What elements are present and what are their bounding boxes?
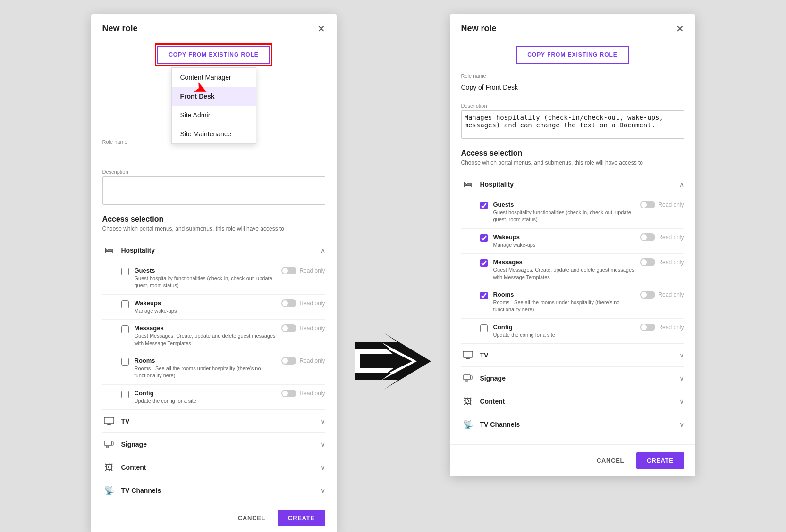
dropdown-item-site-admin[interactable]: Site Admin [172,106,256,125]
svg-rect-1 [107,424,111,425]
left-wakeups-name: Wakeups [135,299,276,307]
left-rooms-item: Rooms Rooms - See all the rooms under ho… [102,352,325,384]
right-hospitality-icon: 🛏 [461,178,474,191]
left-category-hospitality[interactable]: 🛏 Hospitality ∧ [102,239,325,262]
right-signage-icon [461,372,474,385]
left-config-toggle[interactable] [281,390,296,397]
right-wakeups-read-only-wrap: Read only [640,233,684,241]
dropdown-item-site-maintenance[interactable]: Site Maintenance [172,125,256,143]
left-messages-read-only-label: Read only [299,325,325,332]
right-messages-checkbox-wrap [480,259,488,269]
left-guests-toggle[interactable] [281,267,296,274]
right-cancel-button[interactable]: CANCEL [590,452,631,469]
left-rooms-checkbox[interactable] [121,358,129,366]
right-messages-item: Messages Guest Messages. Create, update … [461,253,684,286]
left-dialog: New role ✕ COPY FROM EXISTING ROLE Conte… [91,14,337,532]
right-copy-btn-wrap: COPY FROM EXISTING ROLE [450,41,695,73]
right-category-signage[interactable]: Signage ∨ [461,366,684,390]
right-role-name-input[interactable] [461,81,684,94]
right-config-toggle[interactable] [640,324,655,331]
right-wakeups-name: Wakeups [493,233,635,241]
svg-rect-2 [105,441,111,446]
right-guests-checkbox[interactable] [480,202,488,209]
right-category-content[interactable]: 🖼 Content ∨ [461,390,684,413]
left-rooms-toggle[interactable] [281,357,296,365]
right-category-tv[interactable]: TV ∨ [461,343,684,366]
left-rooms-text: Rooms Rooms - See all the rooms under ho… [135,357,276,380]
right-category-hospitality[interactable]: 🛏 Hospitality ∧ [461,173,684,196]
right-create-button[interactable]: CREATE [636,452,684,469]
left-tv-icon [102,415,116,428]
right-dialog-close-button[interactable]: ✕ [676,24,684,33]
right-access-title: Access selection [461,149,684,158]
right-hospitality-chevron: ∧ [679,181,684,188]
right-hospitality-name: Hospitality [480,181,679,188]
left-messages-desc: Guest Messages. Create, update and delet… [135,332,276,347]
left-category-signage[interactable]: Signage ∨ [102,432,325,456]
right-rooms-checkbox[interactable] [480,292,488,299]
left-dialog-close-button[interactable]: ✕ [317,24,325,33]
right-role-name-label: Role name [461,73,684,79]
right-config-text: Config Update the config for a site [493,324,635,339]
left-guests-read-only-label: Read only [299,267,325,274]
left-category-tv[interactable]: TV ∨ [102,409,325,432]
right-guests-desc: Guest hospitality functionalities (check… [493,209,635,224]
right-dialog-header: New role ✕ [450,14,695,41]
right-wakeups-read-only-label: Read only [658,234,684,241]
left-guests-name: Guests [135,267,276,274]
right-config-checkbox[interactable] [480,324,488,332]
center-arrow-graphic [355,333,431,390]
left-create-button[interactable]: CREATE [278,510,325,526]
left-rooms-desc: Rooms - See all the rooms under hospital… [135,365,276,380]
svg-rect-8 [463,351,473,357]
left-copy-from-existing-role-button[interactable]: COPY FROM EXISTING ROLE [157,46,270,64]
right-rooms-checkbox-wrap [480,292,488,301]
right-wakeups-item: Wakeups Manage wake-ups Read only [461,228,684,253]
right-rooms-item: Rooms Rooms - See all the rooms under ho… [461,286,684,318]
right-messages-toggle[interactable] [640,258,655,266]
right-description-label: Description [461,103,684,108]
right-tv-channels-name: TV Channels [480,421,679,428]
left-wakeups-desc: Manage wake-ups [135,308,276,315]
right-tv-chevron: ∨ [679,351,684,359]
left-guests-checkbox[interactable] [121,268,129,275]
left-guests-desc: Guest hospitality functionalities (check… [135,275,276,290]
right-category-tv-channels[interactable]: 📡 TV Channels ∨ [461,413,684,436]
left-category-tv-channels[interactable]: 📡 TV Channels ∨ [102,479,325,502]
right-config-read-only-label: Read only [658,324,684,331]
left-description-field: Description [102,169,325,207]
left-guests-checkbox-wrap [121,268,129,277]
right-guests-toggle[interactable] [640,201,655,208]
right-signage-chevron: ∨ [679,374,684,382]
left-category-content[interactable]: 🖼 Content ∨ [102,456,325,479]
left-messages-checkbox-wrap [121,325,129,335]
left-messages-checkbox[interactable] [121,325,129,333]
right-description-input[interactable]: Manages hospitality (check-in/check-out,… [461,110,684,139]
left-description-input[interactable] [102,176,325,205]
left-wakeups-checkbox[interactable] [121,300,129,308]
left-content-icon: 🖼 [102,461,116,474]
right-copy-from-existing-role-button[interactable]: COPY FROM EXISTING ROLE [516,46,629,64]
right-config-checkbox-wrap [480,324,488,334]
dropdown-item-front-desk[interactable]: Front Desk [172,87,256,106]
right-wakeups-desc: Manage wake-ups [493,241,635,249]
left-messages-toggle[interactable] [281,324,296,332]
right-dialog-title: New role [461,24,497,33]
right-rooms-read-only-label: Read only [658,291,684,298]
left-config-checkbox[interactable] [121,391,129,398]
right-content-chevron: ∨ [679,398,684,405]
right-messages-checkbox[interactable] [480,259,488,267]
left-wakeups-read-only-label: Read only [299,300,325,307]
left-wakeups-toggle[interactable] [281,299,296,307]
left-role-name-input[interactable] [102,147,325,160]
right-wakeups-toggle[interactable] [640,233,655,241]
right-access-subtitle: Choose which portal menus, and submenus,… [461,159,684,166]
forward-arrow-svg [355,333,431,390]
right-wakeups-checkbox[interactable] [480,234,488,242]
left-messages-name: Messages [135,324,276,332]
left-cancel-button[interactable]: CANCEL [231,510,272,526]
left-config-checkbox-wrap [121,391,129,400]
left-rooms-read-only-wrap: Read only [281,357,325,365]
dropdown-item-content-manager[interactable]: Content Manager [172,68,256,87]
right-rooms-toggle[interactable] [640,291,655,299]
